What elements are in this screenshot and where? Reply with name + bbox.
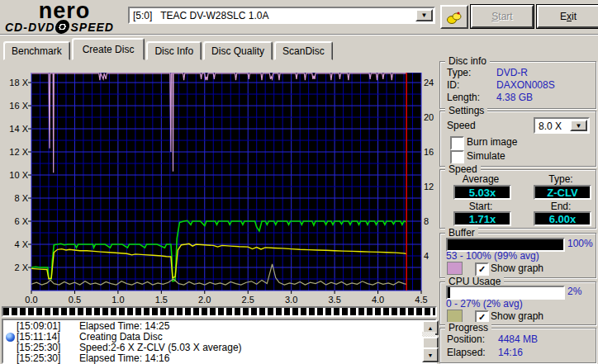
- tab-disc-info[interactable]: Disc Info: [146, 41, 202, 60]
- write-speed-combo[interactable]: 8.0 X ▼: [534, 117, 590, 134]
- disc-length-label: Length:: [447, 92, 480, 103]
- end-speed-label: End:: [534, 201, 588, 212]
- drive-combo-value: [5:0] TEAC DV-W28SLC 1.0A: [133, 10, 269, 21]
- buffer-series-swatch: [447, 262, 463, 275]
- buffer-group: Buffer 100% 53 - 100% (99% avg) ✓ Show g…: [439, 233, 596, 278]
- cpu-meter-fill: [448, 287, 450, 298]
- nero-cd-dvd-speed-window: nero CD-DVD SPEED [5:0] TEAC DV-W28SLC 1…: [0, 0, 598, 364]
- burn-image-checkbox[interactable]: [450, 136, 464, 150]
- x-tick-label: 1.0: [107, 295, 129, 305]
- progress-elapsed-value: 14:16: [498, 347, 523, 358]
- event-log-rows: [15:09:01]Elapsed Time: 14:25[15:11:14]C…: [4, 321, 420, 364]
- progress-elapsed-label: Elapsed:: [447, 347, 486, 358]
- disc-length-value: 4.38 GB: [496, 92, 533, 103]
- tab-bar: BenchmarkCreate DiscDisc InfoDisc Qualit…: [3, 40, 335, 60]
- cpu-range-text: 0 - 27% (2% avg): [446, 298, 523, 310]
- log-scrollbar[interactable]: ▲ ▼: [422, 320, 435, 362]
- tab-label: Disc Quality: [211, 45, 264, 57]
- y-left-tick-label: 8 X: [5, 193, 28, 203]
- settings-group: Settings Speed 8.0 X ▼ Burn image Simula…: [439, 111, 596, 167]
- drive-select-combo[interactable]: [5:0] TEAC DV-W28SLC 1.0A ▼: [128, 7, 435, 24]
- x-tick-label: 2.0: [194, 295, 216, 305]
- tab-scandisc[interactable]: ScanDisc: [274, 41, 333, 60]
- buffer-range-text: 53 - 100% (99% avg): [446, 250, 539, 262]
- y-left-tick-label: 6 X: [5, 216, 28, 226]
- tab-label: Disc Info: [154, 45, 193, 57]
- disc-icon: [55, 20, 71, 34]
- y-left-tick-label: 12 X: [5, 147, 28, 157]
- write-speed-value: 8.0 X: [539, 121, 562, 132]
- y-right-tick-label: 8: [424, 216, 429, 226]
- log-message: Elapsed Time: 14:16: [66, 353, 169, 364]
- write-speed-label: Speed: [447, 120, 476, 131]
- cpu-series-swatch: [447, 310, 463, 323]
- event-log[interactable]: [15:09:01]Elapsed Time: 14:25[15:11:14]C…: [2, 319, 437, 364]
- progress-group: Progress Position: 4484 MB Elapsed: 14:1…: [439, 328, 596, 363]
- cpu-usage-group: CPU Usage 2% 0 - 27% (2% avg) ✓ Show gra…: [439, 281, 596, 325]
- settings-title: Settings: [445, 105, 487, 116]
- drive-combo-dropdown-arrow[interactable]: ▼: [415, 9, 433, 21]
- disc-id-value: DAXON008S: [496, 79, 555, 91]
- y-left-tick-label: 2 X: [5, 262, 28, 272]
- x-tick-label: 4.5: [411, 295, 432, 305]
- speed-type-display: Z-CLV: [534, 185, 591, 200]
- buffer-show-graph-label: Show graph: [491, 262, 543, 274]
- log-row: [15:25:30]Speed:2-6 X Z-CLV (5.03 X aver…: [4, 343, 420, 353]
- nero-logo: nero CD-DVD SPEED: [5, 2, 124, 34]
- buffer-group-title: Buffer: [445, 227, 478, 239]
- speed-group: Speed Average Type: 5.03x Z-CLV Start: E…: [439, 169, 596, 229]
- progress-position-value: 4484 MB: [498, 333, 538, 345]
- y-left-tick-label: 14 X: [5, 124, 28, 134]
- start-button[interactable]: Start: [471, 5, 534, 28]
- exit-button-label: Exit: [560, 11, 577, 22]
- burn-progress-bar: [2, 306, 437, 317]
- cd-dvd-speed-logo-text: CD-DVD SPEED: [5, 20, 124, 34]
- write-speed-dropdown-arrow[interactable]: ▼: [570, 120, 587, 131]
- log-icon-spacer: [4, 343, 17, 353]
- cpu-show-graph-label: Show graph: [491, 310, 543, 322]
- end-speed-display: 6.00x: [534, 211, 591, 226]
- x-tick-label: 3.5: [324, 295, 345, 305]
- log-timestamp: [15:25:30]: [17, 353, 66, 364]
- y-left-tick-label: 18 X: [5, 78, 28, 87]
- y-right-tick-label: 24: [424, 78, 434, 87]
- tab-create-disc[interactable]: Create Disc: [72, 38, 145, 60]
- progress-position-label: Position:: [447, 333, 485, 345]
- y-right-tick-label: 4: [424, 251, 429, 261]
- start-speed-label: Start:: [453, 201, 508, 212]
- bomb-icon: [446, 10, 463, 25]
- logo-cd-dvd: CD-DVD: [5, 21, 55, 34]
- x-tick-label: 0.0: [21, 295, 42, 305]
- tab-disc-quality[interactable]: Disc Quality: [203, 41, 273, 60]
- disc-id-label: ID:: [447, 79, 459, 91]
- tab-label: Benchmark: [12, 45, 62, 57]
- speed-type-label: Type:: [534, 173, 588, 185]
- x-tick-label: 4.0: [368, 295, 389, 305]
- tab-label: Create Disc: [83, 44, 135, 55]
- erase-disc-button[interactable]: [440, 5, 468, 29]
- exit-button[interactable]: Exit: [537, 5, 598, 28]
- x-tick-label: 2.5: [237, 295, 259, 305]
- tab-label: ScanDisc: [282, 45, 325, 57]
- start-button-label: Start: [491, 11, 512, 22]
- buffer-percent: 100%: [567, 238, 593, 249]
- cpu-percent: 2%: [567, 286, 581, 297]
- simulate-checkbox[interactable]: [450, 150, 464, 164]
- scroll-down-arrow[interactable]: ▼: [422, 347, 439, 362]
- buffer-show-graph-checkbox[interactable]: ✓: [475, 262, 489, 277]
- y-right-tick-label: 16: [424, 147, 434, 157]
- disc-type-value: DVD-R: [496, 67, 528, 78]
- nero-logo-text: nero: [5, 2, 124, 20]
- y-right-tick-label: 12: [424, 182, 434, 191]
- log-row: [15:25:30]Elapsed Time: 14:16: [4, 353, 420, 364]
- y-right-tick-label: 20: [424, 112, 434, 122]
- y-left-tick-label: 4 X: [5, 239, 28, 249]
- burn-image-label: Burn image: [467, 136, 517, 148]
- logo-speed: SPEED: [70, 21, 113, 34]
- info-icon: [4, 332, 17, 343]
- start-speed-display: 1.71x: [453, 211, 511, 226]
- x-tick-label: 3.0: [281, 295, 302, 305]
- y-left-tick-label: 16 X: [5, 101, 28, 111]
- tab-benchmark[interactable]: Benchmark: [3, 41, 70, 60]
- x-tick-label: 0.5: [64, 295, 85, 305]
